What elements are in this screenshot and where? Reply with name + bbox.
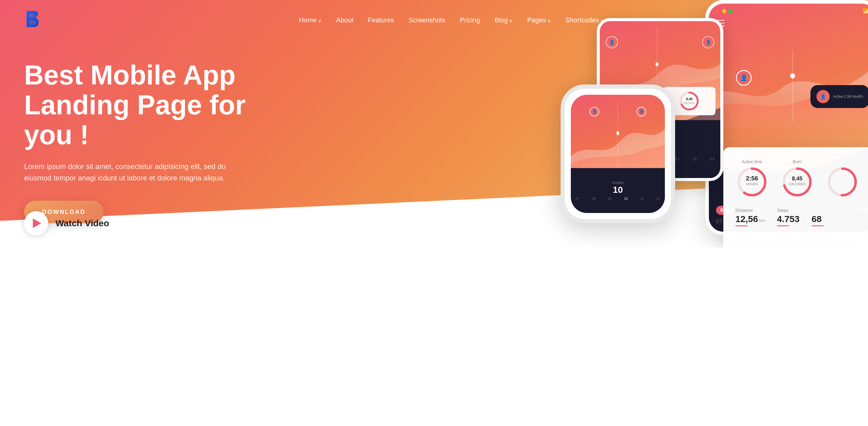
active-badge: 👤 Active 2.56 HouRs bbox=[810, 85, 868, 108]
stat-burn-label: Burn bbox=[793, 159, 802, 164]
active-avatar: 👤 bbox=[816, 90, 830, 103]
steps-label: Steps bbox=[777, 207, 788, 213]
svg-point-5 bbox=[655, 62, 658, 66]
smartwatch: 👤 👤 THURS 10 07 08 09 10 11 bbox=[561, 84, 675, 223]
watch-video-label: Watch Video bbox=[56, 218, 109, 228]
nav-blog[interactable]: Blog bbox=[495, 16, 513, 24]
wd-12: 12 bbox=[656, 197, 660, 200]
stat-more-circle bbox=[826, 165, 859, 199]
watch-avatars: 👤 👤 bbox=[571, 107, 665, 116]
steps-value: 4.753 bbox=[777, 214, 800, 224]
watch-day-num: 10 bbox=[576, 184, 660, 195]
logo bbox=[24, 8, 41, 32]
nav-home[interactable]: Home bbox=[299, 16, 321, 24]
distance-bar bbox=[735, 225, 747, 226]
watch-avatar2: 👤 bbox=[637, 107, 646, 116]
distance-label: Distance bbox=[735, 207, 753, 213]
steps-bar bbox=[777, 225, 789, 226]
watch-days: 07 08 09 10 11 12 bbox=[576, 197, 660, 200]
wd-11: 11 bbox=[640, 197, 644, 200]
watch-chart: 👤 👤 bbox=[571, 95, 665, 172]
watch-inner: 👤 👤 THURS 10 07 08 09 10 11 bbox=[571, 95, 665, 213]
day-07: 07 bbox=[716, 219, 722, 225]
nav-features[interactable]: Features bbox=[368, 16, 394, 24]
stat-active-label: Active time bbox=[742, 159, 762, 164]
distance-value: 12,56 bbox=[735, 214, 758, 224]
svg-point-3 bbox=[616, 131, 619, 135]
watch-screen: 👤 👤 THURS 10 07 08 09 10 11 bbox=[565, 89, 671, 219]
watch-video-section: Watch Video bbox=[24, 211, 109, 235]
wd-09: 09 bbox=[608, 197, 612, 200]
play-button[interactable] bbox=[24, 211, 48, 235]
stat-burn: Burn 8,45 CALORIES bbox=[781, 159, 814, 199]
nav-pricing[interactable]: Pricing bbox=[460, 16, 480, 24]
nav-screenshots[interactable]: Screenshots bbox=[408, 16, 445, 24]
watch-thurs: THURS bbox=[576, 181, 660, 184]
watch-bottom: THURS 10 07 08 09 10 11 12 bbox=[571, 168, 665, 213]
stat-burn-circle: 8,45 CALORIES bbox=[781, 165, 814, 199]
hero-description: Lorem ipsum dolor sit amet, consectetur … bbox=[24, 161, 235, 184]
hero-title: Best Mobile App Landing Page for you ! bbox=[24, 60, 247, 150]
svg-text:2:56: 2:56 bbox=[746, 175, 758, 181]
nav-pages[interactable]: Pages bbox=[527, 16, 551, 24]
extra-value: 68 bbox=[812, 214, 822, 224]
psd-13: 13 bbox=[710, 157, 714, 161]
svg-text:HOURS: HOURS bbox=[746, 182, 758, 186]
extra-label bbox=[812, 207, 813, 213]
extra-bar bbox=[812, 225, 824, 226]
stat-distance: Distance 12,56 km bbox=[735, 207, 765, 226]
stat-active-circle: 2:56 HOURS bbox=[735, 165, 769, 199]
svg-text:CALORIES: CALORIES bbox=[684, 102, 695, 104]
stats-row-2: Distance 12,56 km Steps 4.753 bbox=[735, 207, 868, 226]
active-info: Active 2.56 HouRs bbox=[833, 94, 863, 99]
avatar1: 👤 bbox=[736, 70, 752, 86]
stat-more bbox=[826, 159, 859, 199]
psd-12: 12 bbox=[692, 157, 697, 161]
distance-unit: km bbox=[759, 218, 765, 223]
stat-extra: 68 bbox=[812, 207, 824, 226]
svg-point-1 bbox=[790, 73, 795, 79]
stats-row-1: Active time 2:56 HOURS Burn 8,45 CALORI bbox=[735, 159, 868, 199]
psd-11: 11 bbox=[675, 157, 679, 161]
header: Home About Features Screenshots Pricing … bbox=[0, 0, 868, 40]
active-label: Active 2.56 HouRs bbox=[833, 94, 863, 99]
stat-more-label bbox=[842, 159, 843, 164]
svg-text:8,45: 8,45 bbox=[792, 176, 802, 181]
stat-active-time: Active time 2:56 HOURS bbox=[735, 159, 769, 199]
hero-content: Best Mobile App Landing Page for you ! L… bbox=[0, 60, 271, 224]
wd-07: 07 bbox=[576, 197, 579, 200]
wd-10: 10 bbox=[624, 197, 628, 200]
nav-shortcodes[interactable]: Shortcodes bbox=[565, 16, 604, 24]
watch-avatar1: 👤 bbox=[590, 107, 599, 116]
nav-about[interactable]: About bbox=[336, 16, 353, 24]
wd-08: 08 bbox=[592, 197, 595, 200]
phone-chart-area: 👤 👤 👤 Active 2.56 HouRs bbox=[709, 31, 868, 127]
main-nav: Home About Features Screenshots Pricing … bbox=[59, 16, 844, 24]
stat-steps: Steps 4.753 bbox=[777, 207, 800, 226]
svg-text:CALORIES: CALORIES bbox=[789, 182, 806, 186]
svg-text:8,45: 8,45 bbox=[686, 97, 692, 101]
stats-panel: Active time 2:56 HOURS Burn 8,45 CALORI bbox=[723, 147, 868, 247]
